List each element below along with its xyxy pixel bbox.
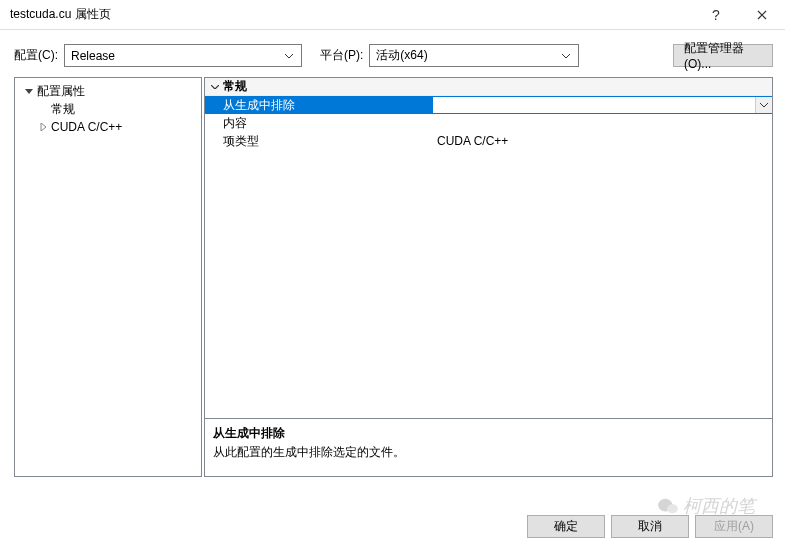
tree-item-label: 常规 [51,101,75,118]
dialog-buttons: 确定 取消 应用(A) [0,507,773,538]
ok-button[interactable]: 确定 [527,515,605,538]
property-grid[interactable]: 常规 从生成中排除 内容 项类型 CU [204,77,773,419]
cancel-button[interactable]: 取消 [611,515,689,538]
expander-open-icon [23,87,35,95]
platform-combo[interactable]: 活动(x64) [369,44,579,67]
config-row: 配置(C): Release 平台(P): 活动(x64) 配置管理器(O)..… [0,30,785,77]
prop-name: 内容 [205,114,433,132]
ok-label: 确定 [554,518,578,535]
chevron-down-icon [558,54,574,58]
tree-root-label: 配置属性 [37,83,85,100]
property-panel: 常规 从生成中排除 内容 项类型 CU [204,77,773,477]
prop-row-itemtype[interactable]: 项类型 CUDA C/C++ [205,132,772,150]
config-combo-value: Release [71,49,281,63]
group-header[interactable]: 常规 [205,78,772,96]
main-area: 配置属性 常规 CUDA C/C++ 常规 从生成中排除 [0,77,785,477]
help-button[interactable]: ? [693,0,739,30]
prop-name: 项类型 [205,132,433,150]
group-expander-icon [207,85,223,89]
tree-item-label: CUDA C/C++ [51,120,122,134]
config-label: 配置(C): [14,47,58,64]
window-title: testcuda.cu 属性页 [10,6,693,23]
config-combo[interactable]: Release [64,44,302,67]
prop-value[interactable] [433,96,772,114]
config-manager-label: 配置管理器(O)... [684,40,762,71]
tree-item-general[interactable]: 常规 [17,100,199,118]
config-manager-button[interactable]: 配置管理器(O)... [673,44,773,67]
titlebar: testcuda.cu 属性页 ? [0,0,785,30]
cancel-label: 取消 [638,518,662,535]
description-panel: 从生成中排除 从此配置的生成中排除选定的文件。 [204,419,773,477]
prop-name: 从生成中排除 [205,96,433,114]
tree-root[interactable]: 配置属性 [17,82,199,100]
close-icon [757,10,767,20]
tree-item-cuda[interactable]: CUDA C/C++ [17,118,199,136]
dropdown-arrow-icon[interactable] [755,97,772,113]
description-title: 从生成中排除 [213,425,764,442]
apply-label: 应用(A) [714,518,754,535]
apply-button[interactable]: 应用(A) [695,515,773,538]
prop-row-exclude[interactable]: 从生成中排除 [205,96,772,114]
platform-combo-value: 活动(x64) [376,47,558,64]
prop-value[interactable]: CUDA C/C++ [433,132,772,150]
close-button[interactable] [739,0,785,30]
group-header-label: 常规 [223,78,247,95]
platform-label: 平台(P): [320,47,363,64]
nav-tree[interactable]: 配置属性 常规 CUDA C/C++ [14,77,202,477]
description-text: 从此配置的生成中排除选定的文件。 [213,444,764,461]
chevron-down-icon [281,54,297,58]
prop-value-text: CUDA C/C++ [437,134,508,148]
prop-value[interactable] [433,114,772,132]
expander-closed-icon [37,123,49,131]
prop-row-content[interactable]: 内容 [205,114,772,132]
